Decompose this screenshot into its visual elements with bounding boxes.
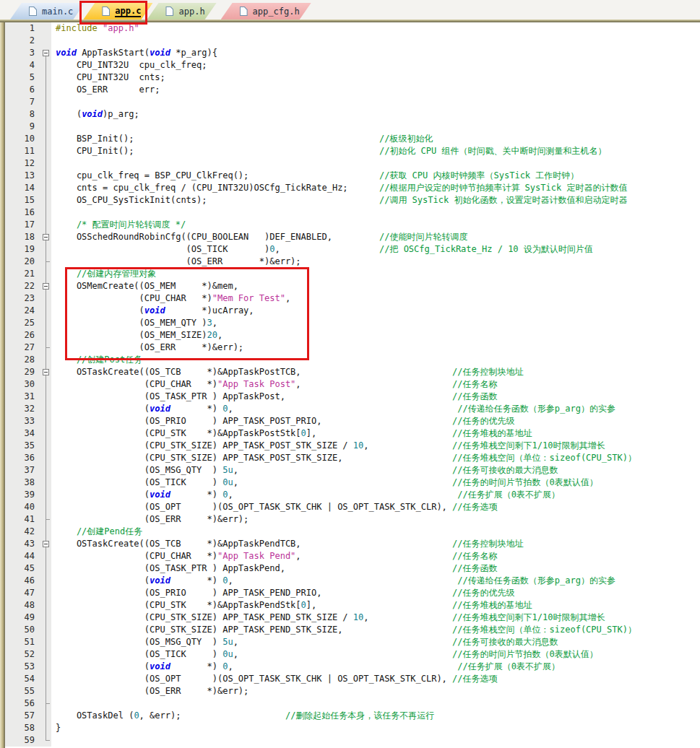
fold-margin: [41, 661, 51, 673]
tab-label: app.c: [115, 6, 141, 17]
fold-collapse-icon[interactable]: [41, 538, 51, 550]
code-text: [51, 734, 56, 747]
code-line[interactable]: 5 CPU_INT32U cnts;: [5, 71, 700, 84]
code-line[interactable]: 20 (OS_ERR *)&err);: [5, 256, 700, 268]
code-line[interactable]: 45 (OS_TASK_PTR ) AppTaskPend, //任务函数: [5, 562, 700, 575]
code-line[interactable]: 49 (CPU_STK_SIZE) APP_TASK_PEND_STK_SIZE…: [5, 612, 700, 624]
code-line[interactable]: 17 /* 配置时间片轮转调度 */: [5, 219, 700, 231]
code-line[interactable]: 31 (OS_TASK_PTR ) AppTaskPost, //任务函数: [5, 391, 700, 403]
code-line[interactable]: 58}: [5, 722, 700, 734]
code-line[interactable]: 4 CPU_INT32U cpu_clk_freq;: [5, 59, 700, 71]
window-frame-strip: [0, 22, 5, 748]
code-text: (CPU_STK *)&AppTaskPostStk[0], //任务堆栈的基地…: [51, 427, 532, 440]
fold-margin: [41, 256, 51, 268]
code-line[interactable]: 21 //创建内存管理对象: [5, 268, 700, 280]
tab-app-h[interactable]: app.h: [147, 3, 216, 19]
code-line[interactable]: 8 (void)p_arg;: [5, 108, 700, 121]
code-line[interactable]: 28 //创建Post任务: [5, 354, 700, 366]
line-number: 11: [5, 145, 41, 157]
code-line[interactable]: 40 (OS_OPT )(OS_OPT_TASK_STK_CHK | OS_OP…: [5, 501, 700, 513]
code-line[interactable]: 25 (OS_MEM_QTY )3,: [5, 317, 700, 329]
code-line[interactable]: 37 (OS_MSG_QTY ) 5u, //任务可接收的最大消息数: [5, 464, 700, 477]
code-line[interactable]: 48 (CPU_STK *)&AppTaskPendStk[0], //任务堆栈…: [5, 599, 700, 612]
code-line[interactable]: 18 OSSchedRoundRobinCfg((CPU_BOOLEAN )DE…: [5, 231, 700, 243]
code-line[interactable]: 52 (OS_TICK ) 0u, //任务的时间片节拍数（0表默认值）: [5, 648, 700, 661]
code-line[interactable]: 47 (OS_PRIO ) APP_TASK_PEND_PRIO, //任务的优…: [5, 587, 700, 599]
tab-bar: main.c app.c app.h app_cfg.h: [0, 0, 700, 19]
code-line[interactable]: 57 OSTaskDel (0, &err); //删除起始任务本身，该任务不再…: [5, 710, 700, 722]
fold-margin: [41, 427, 51, 440]
code-area[interactable]: 1#include "app.h"23void AppTaskStart(voi…: [5, 22, 700, 748]
code-line[interactable]: 30 (CPU_CHAR *)"App Task Post", //任务名称: [5, 378, 700, 391]
line-number: 57: [5, 710, 41, 722]
line-number: 18: [5, 231, 41, 243]
code-line[interactable]: 7: [5, 96, 700, 108]
fold-margin: [41, 378, 51, 391]
document-icon: [165, 6, 173, 16]
line-number: 3: [5, 47, 41, 59]
tab-app-cfg-h[interactable]: app_cfg.h: [221, 3, 311, 19]
code-text: }: [51, 722, 61, 734]
code-line[interactable]: 15 OS_CPU_SysTickInit(cnts); //调用 SysTic…: [5, 194, 700, 206]
line-number: 55: [5, 685, 41, 697]
code-text: /* 配置时间片轮转调度 */: [51, 219, 186, 231]
tab-app-c[interactable]: app.c: [83, 3, 152, 19]
line-number: 48: [5, 599, 41, 612]
tab-main-c[interactable]: main.c: [10, 3, 85, 19]
code-line[interactable]: 33 (OS_PRIO ) APP_TASK_POST_PRIO, //任务的优…: [5, 415, 700, 427]
code-line[interactable]: 43 OSTaskCreate((OS_TCB *)&AppTaskPendTC…: [5, 538, 700, 550]
code-line[interactable]: 11 CPU_Init(); //初始化 CPU 组件（时间戳、关中断时间测量和…: [5, 145, 700, 157]
code-line[interactable]: 56: [5, 697, 700, 710]
code-line[interactable]: 6 OS_ERR err;: [5, 84, 700, 96]
fold-collapse-icon[interactable]: [41, 47, 51, 59]
code-line[interactable]: 42 //创建Pend任务: [5, 526, 700, 538]
code-line[interactable]: 13 cpu_clk_freq = BSP_CPU_ClkFreq(); //获…: [5, 170, 700, 182]
code-line[interactable]: 2: [5, 35, 700, 47]
code-line[interactable]: 26 (OS_MEM_SIZE)20,: [5, 329, 700, 342]
fold-margin: [41, 342, 51, 354]
code-line[interactable]: 34 (CPU_STK *)&AppTaskPostStk[0], //任务堆栈…: [5, 427, 700, 440]
code-line[interactable]: 54 (OS_OPT )(OS_OPT_TASK_STK_CHK | OS_OP…: [5, 673, 700, 685]
code-line[interactable]: 12: [5, 157, 700, 170]
fold-collapse-icon[interactable]: [41, 231, 51, 243]
fold-collapse-icon[interactable]: [41, 280, 51, 292]
code-text: [51, 697, 56, 710]
code-line[interactable]: 29 OSTaskCreate((OS_TCB *)&AppTaskPostTC…: [5, 366, 700, 378]
code-line[interactable]: 39 (void *) 0, //任务扩展（0表不扩展）: [5, 489, 700, 501]
code-line[interactable]: 9: [5, 121, 700, 133]
line-number: 43: [5, 538, 41, 550]
code-line[interactable]: 46 (void *) 0, //传递给任务函数（形参p_arg）的实参: [5, 575, 700, 587]
code-line[interactable]: 32 (void *) 0, //传递给任务函数（形参p_arg）的实参: [5, 403, 700, 415]
code-line[interactable]: 14 cnts = cpu_clk_freq / (CPU_INT32U)OSC…: [5, 182, 700, 194]
code-line[interactable]: 10 BSP_Init(); //板级初始化: [5, 133, 700, 145]
fold-collapse-icon[interactable]: [41, 366, 51, 378]
code-line[interactable]: 53 (void *) 0, //任务扩展（0表不扩展）: [5, 661, 700, 673]
code-line[interactable]: 27 (OS_ERR *)&err);: [5, 342, 700, 354]
document-icon: [29, 6, 37, 16]
code-line[interactable]: 1#include "app.h": [5, 22, 700, 35]
code-line[interactable]: 44 (CPU_CHAR *)"App Task Pend", //任务名称: [5, 550, 700, 562]
fold-margin: [41, 526, 51, 538]
code-line[interactable]: 59: [5, 734, 700, 747]
code-line[interactable]: 55 (OS_ERR *)&err);: [5, 685, 700, 697]
fold-margin: [41, 84, 51, 96]
fold-margin: [41, 464, 51, 477]
code-text: OS_ERR err;: [51, 84, 160, 96]
code-line[interactable]: 19 (OS_TICK )0, //把 OSCfg_TickRate_Hz / …: [5, 243, 700, 256]
code-line[interactable]: 3void AppTaskStart(void *p_arg){: [5, 47, 700, 59]
code-line[interactable]: 51 (OS_MSG_QTY ) 5u, //任务可接收的最大消息数: [5, 636, 700, 648]
line-number: 49: [5, 612, 41, 624]
line-number: 31: [5, 391, 41, 403]
code-line[interactable]: 41 (OS_ERR *)&err);: [5, 513, 700, 526]
code-line[interactable]: 38 (OS_TICK ) 0u, //任务的时间片节拍数（0表默认值）: [5, 477, 700, 489]
code-line[interactable]: 23 (CPU_CHAR *)"Mem For Test",: [5, 292, 700, 305]
fold-margin: [41, 145, 51, 157]
code-line[interactable]: 16: [5, 206, 700, 219]
code-line[interactable]: 50 (CPU_STK_SIZE) APP_TASK_PEND_STK_SIZE…: [5, 624, 700, 636]
line-number: 37: [5, 464, 41, 477]
code-line[interactable]: 24 (void *)ucArray,: [5, 305, 700, 317]
code-line[interactable]: 35 (CPU_STK_SIZE) APP_TASK_POST_STK_SIZE…: [5, 440, 700, 452]
code-line[interactable]: 36 (CPU_STK_SIZE) APP_TASK_POST_STK_SIZE…: [5, 452, 700, 464]
code-line[interactable]: 22 OSMemCreate((OS_MEM *)&mem,: [5, 280, 700, 292]
fold-margin: [41, 22, 51, 35]
